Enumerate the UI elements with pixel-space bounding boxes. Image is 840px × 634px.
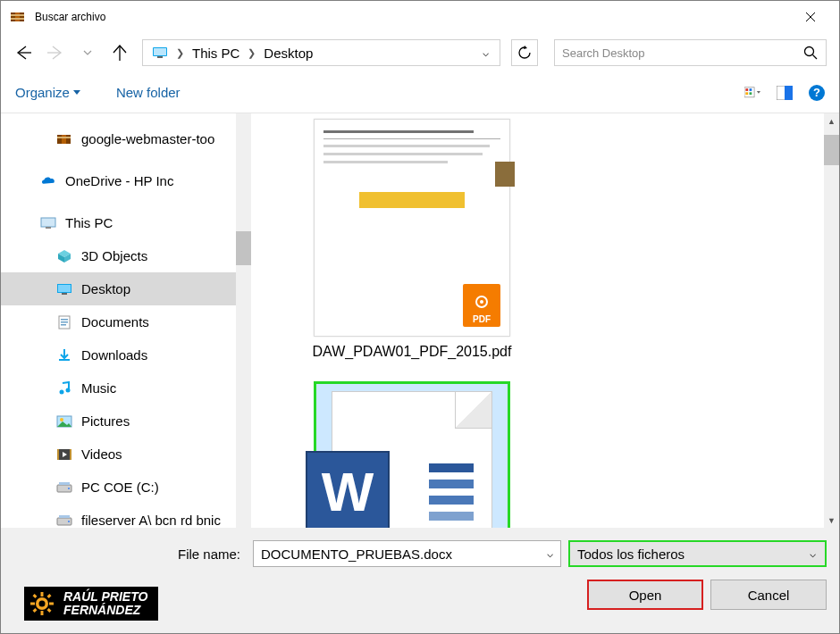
sidebar-item[interactable]: Documents <box>1 305 251 338</box>
cancel-button[interactable]: Cancel <box>710 580 827 610</box>
brand-badge: RAÚL PRIETO FERNÁNDEZ <box>24 587 158 621</box>
documents-icon <box>56 314 72 330</box>
svg-rect-4 <box>11 18 24 20</box>
nav-bar: ❯ This PC ❯ Desktop ⌵ Search Desktop <box>1 33 839 72</box>
filter-value: Todos los ficheros <box>577 546 685 562</box>
sidebar-item[interactable]: google-webmaster-too <box>1 122 251 155</box>
close-button[interactable] <box>790 4 830 29</box>
svg-rect-20 <box>41 218 55 227</box>
svg-rect-19 <box>57 137 71 138</box>
sidebar-item-label: Music <box>81 380 116 396</box>
file-tile-pdf[interactable]: PDF DAW_PDAW01_PDF_2015.pdf <box>278 119 546 360</box>
svg-point-46 <box>39 601 46 607</box>
content-scrollbar[interactable]: ▲ ▼ <box>824 113 839 528</box>
svg-rect-51 <box>33 594 38 598</box>
svg-rect-49 <box>30 603 35 605</box>
svg-rect-10 <box>745 88 748 91</box>
organize-menu[interactable]: Organize <box>15 85 80 100</box>
sidebar-item-label: Documents <box>81 314 149 330</box>
svg-point-44 <box>480 300 483 304</box>
footer: File name: DOCUMENTO_PRUEBAS.docx ⌵ Todo… <box>1 528 839 633</box>
chevron-right-icon[interactable]: ❯ <box>245 47 258 59</box>
svg-rect-1 <box>15 13 20 21</box>
svg-point-30 <box>60 389 64 394</box>
sidebar-item[interactable]: Pictures <box>1 405 251 438</box>
pdf-thumb: PDF <box>314 119 510 337</box>
desktop-icon <box>56 281 72 297</box>
scroll-up-icon[interactable]: ▲ <box>824 113 839 129</box>
chevron-down-icon[interactable]: ⌵ <box>547 547 553 560</box>
new-folder-button[interactable]: New folder <box>116 85 181 100</box>
svg-rect-53 <box>47 594 52 598</box>
path-root[interactable] <box>147 40 173 65</box>
up-button[interactable] <box>110 43 130 63</box>
nav-arrows <box>13 43 130 63</box>
scroll-down-icon[interactable]: ▼ <box>824 513 839 528</box>
svg-rect-11 <box>750 88 752 91</box>
path-dropdown[interactable]: ⌵ <box>475 46 496 59</box>
file-open-dialog: Buscar archivo ❯ This PC <box>0 0 840 634</box>
svg-rect-48 <box>41 611 44 615</box>
videos-icon <box>56 446 72 463</box>
onedrive-icon <box>40 173 56 189</box>
svg-rect-26 <box>61 319 68 321</box>
svg-rect-0 <box>11 13 15 21</box>
svg-rect-6 <box>154 48 166 55</box>
sidebar-item[interactable]: Downloads <box>1 338 251 371</box>
recent-dropdown[interactable] <box>78 43 97 63</box>
chevron-right-icon[interactable]: ❯ <box>173 47 187 59</box>
view-options-button[interactable] <box>744 85 760 101</box>
svg-rect-28 <box>61 324 66 326</box>
file-tile-docx-selected[interactable]: W DOCUMENTO_PRUEBAS.docx <box>278 381 546 528</box>
svg-rect-17 <box>62 135 66 144</box>
help-button[interactable]: ? <box>809 85 825 101</box>
toolbar: Organize New folder ? <box>1 72 839 113</box>
open-button[interactable]: Open <box>587 580 703 610</box>
search-icon <box>802 45 819 61</box>
brand-line1: RAÚL PRIETO <box>63 589 147 604</box>
drive-icon <box>56 480 72 496</box>
file-view: PDF DAW_PDAW01_PDF_2015.pdf W DOCUMENTO_… <box>251 113 839 528</box>
word-icon: W <box>306 451 390 528</box>
sidebar-item-label: google-webmaster-too <box>81 131 214 146</box>
sidebar-item[interactable]: Music <box>1 371 251 405</box>
3d-icon <box>56 248 72 264</box>
search-placeholder: Search Desktop <box>562 46 645 60</box>
filename-input[interactable]: DOCUMENTO_PRUEBAS.docx ⌵ <box>253 540 561 567</box>
svg-rect-27 <box>61 321 68 323</box>
gear-icon <box>28 589 56 618</box>
sidebar-item[interactable]: 3D Objects <box>1 239 251 272</box>
svg-rect-7 <box>157 56 163 58</box>
body: google-webmaster-tooOneDrive - HP IncThi… <box>1 113 839 528</box>
address-bar[interactable]: ❯ This PC ❯ Desktop ⌵ <box>142 39 500 66</box>
refresh-button[interactable] <box>511 39 538 66</box>
sidebar-item[interactable]: Videos <box>1 438 251 471</box>
winrar-icon <box>10 9 26 25</box>
chevron-down-icon[interactable]: ⌵ <box>810 547 816 560</box>
back-button[interactable] <box>13 43 33 63</box>
sidebar-scrollbar[interactable] <box>236 113 251 528</box>
file-caption: DAW_PDAW01_PDF_2015.pdf <box>313 344 512 360</box>
music-icon <box>56 380 72 396</box>
search-input[interactable]: Search Desktop <box>554 39 827 66</box>
path-segment-thispc[interactable]: This PC <box>187 40 245 65</box>
forward-button[interactable] <box>46 43 65 63</box>
sidebar-item-label: Downloads <box>81 347 147 363</box>
sidebar-item[interactable]: PC COE (C:) <box>1 471 251 504</box>
file-type-filter[interactable]: Todos los ficheros ⌵ <box>568 540 827 567</box>
sidebar-item[interactable]: OneDrive - HP Inc <box>1 164 251 197</box>
sidebar-item-label: 3D Objects <box>81 248 147 263</box>
svg-point-38 <box>68 488 70 489</box>
file-grid: PDF DAW_PDAW01_PDF_2015.pdf W DOCUMENTO_… <box>251 113 839 528</box>
filename-label: File name: <box>13 546 246 562</box>
svg-rect-21 <box>46 227 51 229</box>
path-segment-desktop[interactable]: Desktop <box>258 40 318 65</box>
sidebar-item-label: Videos <box>81 446 122 462</box>
sidebar-item[interactable]: Desktop <box>1 272 251 305</box>
sidebar-item-label: OneDrive - HP Inc <box>65 173 173 188</box>
svg-rect-24 <box>62 293 67 295</box>
preview-pane-button[interactable] <box>777 85 793 101</box>
sidebar-item[interactable]: fileserver A\ bcn rd bnic <box>1 504 251 528</box>
organize-label: Organize <box>15 85 70 100</box>
sidebar-item[interactable]: This PC <box>1 206 251 239</box>
